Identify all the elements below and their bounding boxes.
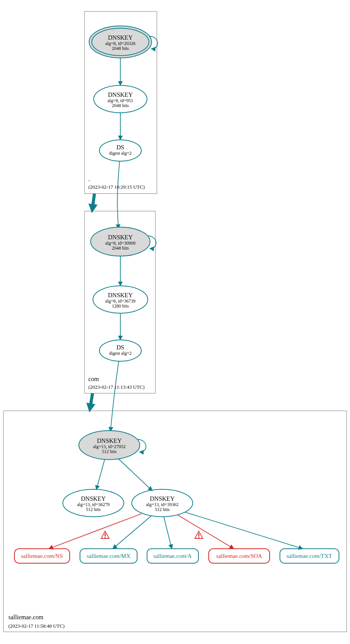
- node-sm-zsk2[interactable]: DNSKEY alg=13, id=39362 512 bits: [132, 489, 193, 517]
- svg-rect-50: [198, 533, 200, 536]
- rr-txt[interactable]: salliemae.com/TXT: [280, 549, 339, 563]
- node-com-ds[interactable]: DS digest alg=2: [99, 340, 141, 361]
- edge-comds-smksk: [110, 361, 119, 431]
- svg-text:salliemae.com/MX: salliemae.com/MX: [87, 553, 131, 559]
- svg-text:alg=13, id=36279: alg=13, id=36279: [77, 502, 110, 507]
- node-root-zsk[interactable]: DNSKEY alg=8, id=951 2048 bits: [94, 85, 147, 113]
- svg-rect-25: [3, 411, 347, 632]
- edge-zsk2-ns: [49, 514, 142, 549]
- sm-zone-time: (2023-02-17 11:58:48 UTC): [8, 623, 65, 629]
- svg-text:alg=8, id=36739: alg=8, id=36739: [105, 298, 136, 304]
- com-zone-name: com: [88, 376, 99, 382]
- node-sm-ksk[interactable]: DNSKEY alg=13, id=27052 512 bits: [79, 431, 140, 460]
- node-com-ksk[interactable]: DNSKEY alg=8, id=30909 2048 bits: [91, 227, 150, 256]
- rr-a[interactable]: salliemae.com/A: [147, 549, 198, 563]
- svg-text:DS: DS: [117, 344, 124, 351]
- root-zone-time: (2023-02-17 10:29:15 UTC): [88, 184, 145, 190]
- svg-text:DNSKEY: DNSKEY: [108, 234, 133, 240]
- svg-text:512 bits: 512 bits: [102, 449, 117, 454]
- svg-text:2048 bits: 2048 bits: [112, 103, 129, 108]
- node-root-ds[interactable]: DS digest alg=2: [99, 140, 141, 161]
- edge-root-to-com-zone: [93, 194, 94, 208]
- node-root-ksk[interactable]: DNSKEY alg=8, id=20326 2048 bits: [89, 26, 152, 58]
- svg-text:salliemae.com/NS: salliemae.com/NS: [21, 553, 63, 559]
- svg-text:512 bits: 512 bits: [86, 507, 101, 512]
- svg-text:digest alg=2: digest alg=2: [109, 351, 131, 356]
- zone-salliemae: salliemae.com (2023-02-17 11:58:48 UTC): [3, 411, 347, 632]
- svg-text:DNSKEY: DNSKEY: [97, 437, 122, 444]
- svg-text:digest alg=2: digest alg=2: [109, 151, 131, 156]
- edge-zsk2-mx: [113, 516, 152, 549]
- svg-text:salliemae.com/TXT: salliemae.com/TXT: [286, 553, 332, 559]
- svg-rect-51: [198, 537, 200, 538]
- svg-text:salliemae.com/SOA: salliemae.com/SOA: [216, 553, 262, 559]
- svg-text:alg=8, id=30909: alg=8, id=30909: [105, 240, 136, 246]
- svg-text:DNSKEY: DNSKEY: [108, 292, 133, 298]
- edge-rootds-comksk: [117, 161, 120, 229]
- edge-smksk-zsk1: [96, 459, 105, 490]
- warning-icon: [101, 530, 110, 539]
- root-zone-name: .: [88, 176, 90, 182]
- rr-soa[interactable]: salliemae.com/SOA: [209, 549, 270, 563]
- svg-text:alg=8, id=951: alg=8, id=951: [107, 98, 133, 103]
- edge-smksk-zsk2: [118, 458, 152, 491]
- svg-text:1280 bits: 1280 bits: [112, 303, 129, 309]
- warning-icon: [194, 530, 203, 539]
- svg-text:alg=13, id=27052: alg=13, id=27052: [93, 444, 126, 449]
- rr-ns[interactable]: salliemae.com/NS: [14, 549, 70, 563]
- svg-text:DNSKEY: DNSKEY: [108, 91, 133, 98]
- svg-rect-48: [105, 533, 106, 536]
- com-zone-time: (2023-02-17 11:13:43 UTC): [88, 384, 145, 390]
- svg-text:salliemae.com/A: salliemae.com/A: [153, 553, 192, 559]
- edge-com-to-sm-zone: [90, 393, 93, 407]
- edge-zsk2-txt: [185, 512, 303, 549]
- node-com-zsk[interactable]: DNSKEY alg=8, id=36739 1280 bits: [93, 286, 148, 313]
- rr-mx[interactable]: salliemae.com/MX: [80, 549, 137, 563]
- svg-text:alg=8, id=20326: alg=8, id=20326: [105, 41, 136, 46]
- node-sm-zsk1[interactable]: DNSKEY alg=13, id=36279 512 bits: [63, 489, 124, 517]
- edge-zsk2-soa: [177, 515, 234, 549]
- svg-rect-49: [105, 537, 106, 538]
- svg-text:2048 bits: 2048 bits: [112, 245, 129, 251]
- svg-text:DNSKEY: DNSKEY: [108, 34, 133, 41]
- svg-text:DNSKEY: DNSKEY: [81, 495, 106, 502]
- svg-text:DNSKEY: DNSKEY: [150, 495, 175, 502]
- svg-text:2048 bits: 2048 bits: [112, 46, 129, 51]
- svg-text:DS: DS: [117, 144, 124, 151]
- edge-zsk2-a: [164, 517, 172, 549]
- sm-zone-name: salliemae.com: [8, 614, 44, 620]
- svg-text:alg=13, id=39362: alg=13, id=39362: [146, 502, 179, 507]
- svg-text:512 bits: 512 bits: [155, 507, 170, 512]
